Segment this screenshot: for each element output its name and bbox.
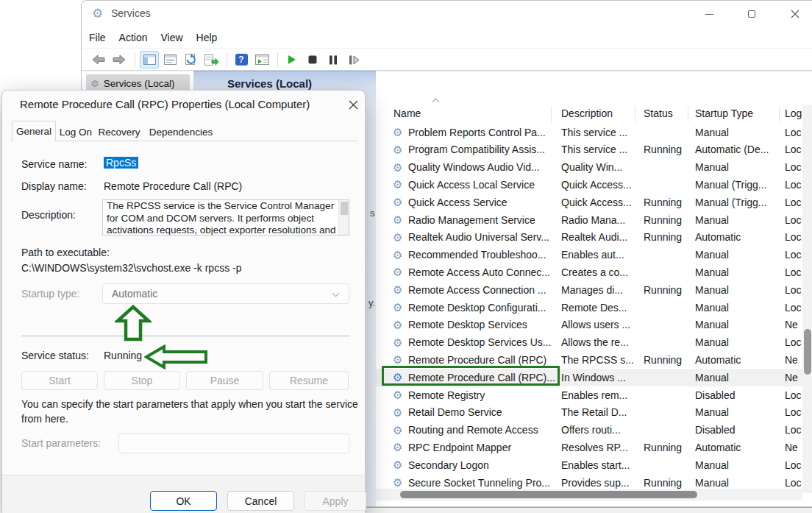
menu-help[interactable]: Help bbox=[190, 32, 224, 43]
start-button[interactable]: Start bbox=[21, 371, 98, 390]
tab-recovery[interactable]: Recovery bbox=[96, 123, 143, 141]
service-logon: Ne bbox=[785, 319, 798, 330]
help-button[interactable]: ? bbox=[232, 51, 251, 68]
service-gear-icon: ⚙ bbox=[393, 459, 402, 472]
minimize-button[interactable] bbox=[692, 1, 726, 27]
services-list-pane: Name Description Status Startup Type Log… bbox=[376, 71, 812, 506]
service-row[interactable]: ⚙Quick Access Local ServiceQuick Access.… bbox=[376, 176, 802, 194]
vertical-scrollbar[interactable] bbox=[802, 105, 812, 493]
service-description: Creates a co... bbox=[561, 266, 628, 278]
service-row[interactable]: ⚙Retail Demo ServiceThe Retail D...Manua… bbox=[376, 404, 802, 422]
screen: ⚙ Services File Action View Help bbox=[0, 0, 812, 513]
column-header-description[interactable]: Description bbox=[561, 107, 613, 119]
stop-service-button[interactable] bbox=[303, 51, 322, 68]
service-description: Allows users ... bbox=[561, 319, 630, 330]
back-button[interactable] bbox=[89, 51, 108, 68]
tab-log-on[interactable]: Log On bbox=[57, 123, 94, 141]
description-label: Description: bbox=[21, 209, 76, 221]
service-description: This service ... bbox=[561, 127, 627, 138]
start-parameters-input[interactable] bbox=[118, 434, 349, 453]
service-row[interactable]: ⚙Recommended Troubleshoo...Enables aut..… bbox=[376, 247, 802, 264]
menu-action[interactable]: Action bbox=[113, 32, 154, 43]
resume-button[interactable]: Resume bbox=[269, 371, 349, 390]
service-gear-icon: ⚙ bbox=[393, 178, 402, 191]
show-console-tree-button[interactable] bbox=[140, 51, 159, 68]
ok-button[interactable]: OK bbox=[150, 491, 217, 511]
start-service-icon bbox=[288, 54, 296, 65]
service-startup-type: Manual bbox=[695, 284, 729, 296]
maximize-button[interactable] bbox=[735, 1, 769, 27]
service-name: Quick Access Service bbox=[408, 197, 508, 208]
service-row[interactable]: ⚙Program Compatibility Assis...This serv… bbox=[376, 141, 802, 159]
horizontal-scrollbar-thumb[interactable] bbox=[400, 491, 697, 498]
service-row[interactable]: ⚙Problem Reports Control Pa...This servi… bbox=[376, 124, 802, 141]
service-logon: Loc bbox=[785, 336, 802, 348]
service-row[interactable]: ⚙Quality Windows Audio Vid...Quality Win… bbox=[376, 159, 802, 177]
service-logon: Loc bbox=[785, 424, 802, 436]
service-gear-icon: ⚙ bbox=[393, 144, 402, 157]
pause-service-button[interactable] bbox=[324, 51, 343, 68]
service-gear-icon: ⚙ bbox=[393, 353, 402, 367]
service-description: Radio Mana... bbox=[561, 214, 625, 226]
column-header-name[interactable]: Name bbox=[393, 107, 421, 119]
forward-button[interactable] bbox=[110, 51, 129, 68]
horizontal-scrollbar[interactable] bbox=[376, 489, 802, 500]
description-scrollbar[interactable] bbox=[338, 200, 349, 235]
close-button[interactable] bbox=[778, 1, 812, 27]
service-name: Remote Access Connection ... bbox=[408, 284, 546, 296]
column-header-logon[interactable]: Log bbox=[785, 107, 802, 119]
description-box[interactable]: The RPCSS service is the Service Control… bbox=[102, 199, 349, 236]
service-row[interactable]: ⚙Realtek Audio Universal Serv...Realtek … bbox=[376, 229, 802, 247]
display-name-value: Remote Procedure Call (RPC) bbox=[104, 180, 242, 192]
service-row[interactable]: ⚙Remote Access Auto Connec...Creates a c… bbox=[376, 263, 802, 281]
tab-dependencies[interactable]: Dependencies bbox=[144, 123, 218, 141]
service-description: The RPCSS s... bbox=[561, 354, 634, 366]
dialog-title: Remote Procedure Call (RPC) Properties (… bbox=[20, 98, 310, 110]
start-service-button[interactable] bbox=[282, 51, 302, 68]
stop-button[interactable]: Stop bbox=[104, 371, 180, 390]
tab-general[interactable]: General bbox=[12, 121, 56, 141]
pane-title: Services (Local) bbox=[227, 77, 312, 90]
cancel-button[interactable]: Cancel bbox=[227, 491, 294, 511]
extended-view-button[interactable] bbox=[252, 51, 271, 68]
service-startup-type: Automatic bbox=[695, 231, 741, 243]
pause-button[interactable]: Pause bbox=[186, 371, 263, 390]
service-row[interactable]: ⚙Secondary LogonEnables start...ManualLo… bbox=[376, 456, 802, 474]
service-row[interactable]: ⚙Remote Desktop ServicesAllows users ...… bbox=[376, 316, 802, 334]
service-description: Resolves RP... bbox=[561, 442, 628, 453]
vertical-scrollbar-thumb[interactable] bbox=[804, 329, 811, 375]
service-startup-type: Manual bbox=[695, 214, 729, 226]
service-name: Routing and Remote Access bbox=[408, 424, 538, 436]
service-row[interactable]: ⚙Quick Access ServiceQuick Access...Runn… bbox=[376, 194, 802, 211]
annotation-left-arrow bbox=[144, 344, 209, 369]
restart-service-button[interactable] bbox=[344, 51, 363, 68]
column-header-status[interactable]: Status bbox=[644, 107, 673, 119]
apply-button[interactable]: Apply bbox=[304, 491, 366, 511]
service-status: Running bbox=[644, 214, 682, 226]
service-gear-icon: ⚙ bbox=[393, 231, 402, 244]
service-startup-type: Manual bbox=[695, 319, 729, 330]
refresh-button[interactable] bbox=[181, 51, 200, 68]
service-row[interactable]: ⚙Radio Management ServiceRadio Mana...Ru… bbox=[376, 211, 802, 229]
service-row[interactable]: ⚙Remote Desktop Configurati...Remote Des… bbox=[376, 299, 802, 316]
service-description: Remote Des... bbox=[561, 302, 627, 314]
service-logon: Loc bbox=[785, 249, 802, 261]
export-list-button[interactable] bbox=[202, 51, 221, 68]
dialog-close-button[interactable] bbox=[342, 93, 364, 116]
service-row[interactable]: ⚙RPC Endpoint MapperResolves RP...Runnin… bbox=[376, 439, 802, 456]
menu-file[interactable]: File bbox=[82, 32, 113, 43]
menu-view[interactable]: View bbox=[154, 32, 189, 43]
startup-type-dropdown[interactable]: Automatic bbox=[102, 283, 349, 304]
column-header-startup-type[interactable]: Startup Type bbox=[695, 107, 753, 119]
service-row[interactable]: ⚙Routing and Remote AccessOffers routi..… bbox=[376, 422, 802, 439]
service-name: Radio Management Service bbox=[408, 214, 535, 226]
service-row[interactable]: ⚙Remote Access Connection ...Manages di.… bbox=[376, 281, 802, 299]
service-startup-type: Disabled bbox=[695, 389, 735, 401]
service-name-label: Service name: bbox=[21, 158, 87, 170]
service-description: Offers routi... bbox=[561, 424, 621, 436]
properties-button[interactable] bbox=[160, 51, 179, 68]
service-row[interactable]: ⚙Remote Desktop Services Us...Allows the… bbox=[376, 334, 802, 352]
service-startup-type: Disabled bbox=[695, 424, 735, 436]
service-row[interactable]: ⚙Remote RegistryEnables rem...DisabledLo… bbox=[376, 386, 802, 404]
display-name-label: Display name: bbox=[21, 180, 87, 192]
